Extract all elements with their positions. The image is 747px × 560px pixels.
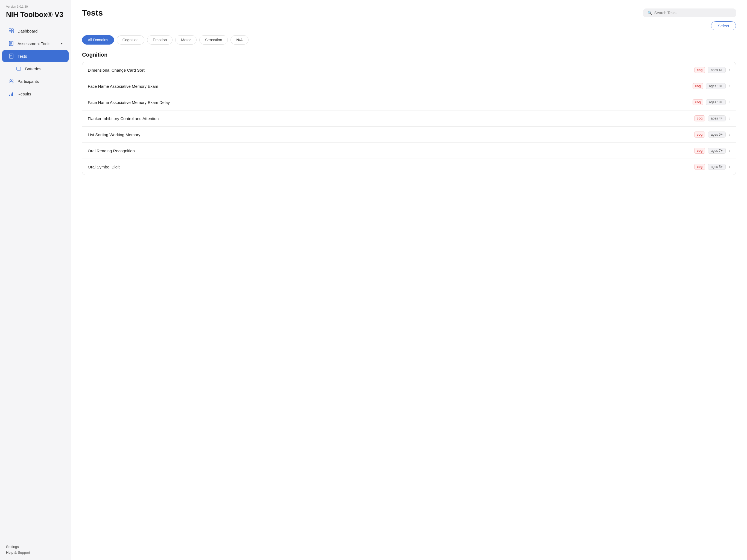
svg-rect-3	[11, 31, 14, 33]
test-name: List Sorting Working Memory	[88, 132, 694, 137]
badge-ages: ages 5+	[708, 164, 726, 170]
sidebar-item-results-label: Results	[18, 92, 31, 96]
sidebar-item-assessment-tools[interactable]: Assessment Tools ▾	[2, 37, 69, 50]
cognition-section-title: Cognition	[82, 52, 736, 58]
test-name: Oral Reading Recognition	[88, 149, 694, 153]
svg-rect-12	[17, 67, 21, 70]
sidebar: Version 3.0.1.30 NIH Toolbox® V3 Dashboa…	[0, 0, 71, 560]
svg-rect-17	[11, 94, 12, 96]
badge-cog: cog	[694, 131, 705, 137]
sidebar-item-results[interactable]: Results	[2, 88, 69, 100]
svg-rect-18	[12, 93, 13, 96]
badge-cog: cog	[694, 148, 705, 154]
test-name: Face Name Associative Memory Exam Delay	[88, 100, 693, 105]
help-link[interactable]: Help & Support	[6, 551, 65, 555]
test-name: Oral Symbol Digit	[88, 164, 694, 169]
main-content: Tests 🔍 Select All Domains Cognition Emo…	[71, 0, 747, 560]
test-badges: cog ages 5+	[694, 131, 725, 137]
table-row[interactable]: List Sorting Working Memory cog ages 5+ …	[82, 127, 736, 143]
dashboard-icon	[8, 28, 14, 34]
table-row[interactable]: Face Name Associative Memory Exam Delay …	[82, 94, 736, 110]
svg-rect-16	[9, 95, 10, 96]
badge-ages: ages 4+	[708, 116, 726, 121]
badge-cog: cog	[693, 83, 703, 89]
sidebar-item-batteries-label: Batteries	[25, 67, 41, 71]
test-badges: cog ages 5+	[694, 164, 725, 170]
svg-rect-1	[11, 29, 14, 31]
test-badges: cog ages 4+	[694, 116, 725, 121]
chevron-right-icon: ›	[729, 84, 730, 88]
badge-cog: cog	[694, 67, 705, 73]
sidebar-nav: Dashboard Assessment Tools ▾	[0, 25, 71, 540]
tab-cognition[interactable]: Cognition	[117, 35, 145, 45]
sidebar-item-dashboard-label: Dashboard	[18, 29, 37, 33]
sidebar-item-tests[interactable]: Tests	[2, 50, 69, 62]
tab-motor[interactable]: Motor	[175, 35, 197, 45]
results-icon	[8, 91, 14, 97]
chevron-right-icon: ›	[729, 148, 730, 153]
sidebar-item-participants-label: Participants	[18, 79, 39, 84]
svg-point-15	[12, 80, 13, 81]
sidebar-item-tests-label: Tests	[18, 54, 27, 58]
test-name: Flanker Inhibitory Control and Attention	[88, 116, 694, 121]
badge-cog: cog	[694, 116, 705, 121]
chevron-right-icon: ›	[729, 116, 730, 121]
settings-link[interactable]: Settings	[6, 545, 65, 549]
main-inner: Tests 🔍 Select All Domains Cognition Emo…	[71, 0, 747, 560]
batteries-icon	[16, 66, 22, 72]
search-box[interactable]: 🔍	[643, 8, 736, 17]
chevron-down-icon: ▾	[61, 42, 62, 45]
sidebar-item-participants[interactable]: Participants	[2, 75, 69, 87]
select-row: Select	[82, 21, 736, 30]
table-row[interactable]: Oral Reading Recognition cog ages 7+ ›	[82, 143, 736, 159]
chevron-right-icon: ›	[729, 132, 730, 137]
sidebar-bottom: Settings Help & Support	[0, 540, 71, 555]
app-logo: NIH Toolbox® V3	[0, 10, 71, 25]
tests-icon	[8, 53, 14, 59]
tab-emotion[interactable]: Emotion	[147, 35, 173, 45]
test-badges: cog ages 18+	[693, 83, 726, 89]
test-badges: cog ages 7+	[694, 148, 725, 154]
svg-rect-2	[9, 31, 11, 33]
table-row[interactable]: Face Name Associative Memory Exam cog ag…	[82, 78, 736, 94]
badge-ages: ages 4+	[708, 67, 726, 73]
search-icon: 🔍	[647, 11, 652, 15]
badge-ages: ages 18+	[706, 99, 726, 105]
test-badges: cog ages 18+	[693, 99, 726, 105]
test-list: Dimensional Change Card Sort cog ages 4+…	[82, 62, 736, 175]
sidebar-item-dashboard[interactable]: Dashboard	[2, 25, 69, 37]
test-name: Face Name Associative Memory Exam	[88, 84, 693, 88]
search-input[interactable]	[654, 11, 732, 15]
participants-icon	[8, 78, 14, 84]
page-title: Tests	[82, 8, 103, 18]
chevron-right-icon: ›	[729, 68, 730, 73]
chevron-right-icon: ›	[729, 164, 730, 169]
sidebar-item-batteries[interactable]: Batteries	[10, 62, 69, 75]
select-button[interactable]: Select	[711, 21, 736, 30]
badge-ages: ages 5+	[708, 131, 726, 137]
svg-rect-0	[9, 29, 11, 31]
sidebar-item-assessment-tools-label: Assessment Tools	[18, 41, 51, 46]
version-label: Version 3.0.1.30	[0, 5, 71, 10]
badge-ages: ages 18+	[706, 83, 726, 89]
svg-rect-13	[21, 68, 21, 69]
header-row: Tests 🔍	[82, 8, 736, 18]
table-row[interactable]: Dimensional Change Card Sort cog ages 4+…	[82, 62, 736, 78]
cognition-section: Cognition Dimensional Change Card Sort c…	[82, 52, 736, 175]
domain-tabs: All Domains Cognition Emotion Motor Sens…	[82, 35, 736, 45]
tab-na[interactable]: N/A	[231, 35, 248, 45]
tab-sensation[interactable]: Sensation	[199, 35, 228, 45]
badge-cog: cog	[694, 164, 705, 170]
table-row[interactable]: Oral Symbol Digit cog ages 5+ ›	[82, 159, 736, 175]
assessment-icon	[8, 41, 14, 47]
svg-point-14	[10, 80, 11, 81]
table-row[interactable]: Flanker Inhibitory Control and Attention…	[82, 110, 736, 127]
test-name: Dimensional Change Card Sort	[88, 68, 694, 73]
test-badges: cog ages 4+	[694, 67, 725, 73]
badge-cog: cog	[693, 99, 703, 105]
badge-ages: ages 7+	[708, 148, 726, 154]
chevron-right-icon: ›	[729, 100, 730, 105]
tab-all-domains[interactable]: All Domains	[82, 35, 114, 45]
